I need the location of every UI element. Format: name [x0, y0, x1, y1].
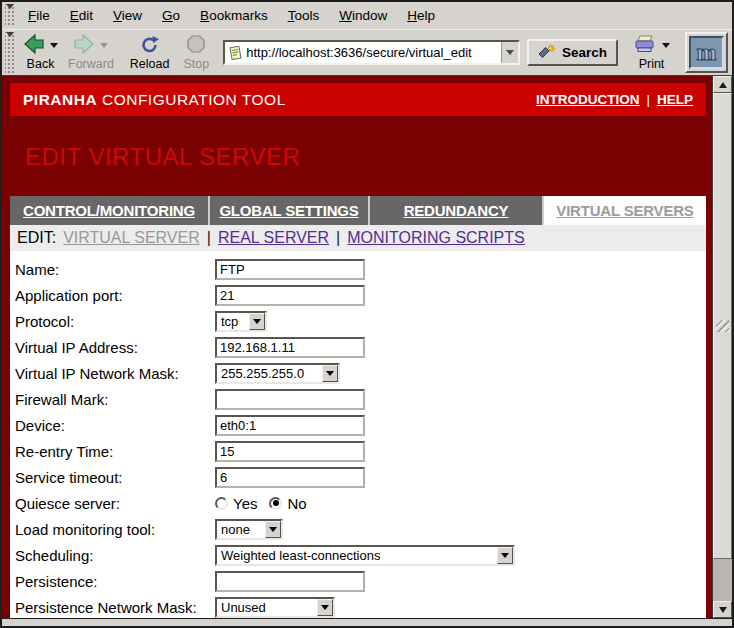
print-dropdown-arrow[interactable]: [662, 43, 670, 48]
header-link-help[interactable]: HELP: [657, 92, 693, 107]
form-area: Name:Application port:Protocol:tcpVirtua…: [10, 251, 706, 618]
field-label: Quiesce server:: [15, 495, 215, 512]
subnav-link-real-server[interactable]: REAL SERVER: [218, 229, 329, 247]
dropdown-arrow-button[interactable]: [317, 599, 333, 616]
dropdown-arrow-button[interactable]: [265, 521, 281, 538]
reload-button[interactable]: Reload: [125, 31, 175, 75]
device-input[interactable]: [215, 415, 365, 436]
forward-dropdown-arrow[interactable]: [100, 43, 108, 48]
navigation-toolbar: Back Forward Reload: [2, 29, 732, 76]
search-icon: [538, 44, 557, 62]
back-dropdown-arrow[interactable]: [50, 43, 58, 48]
mozilla-logo-button[interactable]: m: [685, 32, 728, 73]
form-row-name: Name:: [10, 256, 706, 282]
menu-tools[interactable]: Tools: [278, 4, 330, 27]
service-timeout-input[interactable]: [215, 467, 365, 488]
field-label: Service timeout:: [15, 469, 215, 486]
menu-help[interactable]: Help: [397, 4, 445, 27]
re-entry-time-input[interactable]: [215, 441, 365, 462]
field-label: Application port:: [15, 287, 215, 304]
subnav-link-virtual-server[interactable]: VIRTUAL SERVER: [63, 229, 200, 247]
virtual-ip-address-input[interactable]: [215, 337, 365, 358]
header-link-introduction[interactable]: INTRODUCTION: [536, 92, 640, 107]
form-row-firewall-mark: Firewall Mark:: [10, 386, 706, 412]
subnav: EDIT:VIRTUAL SERVER|REAL SERVER|MONITORI…: [10, 225, 706, 251]
form-row-scheduling: Scheduling:Weighted least-connections: [10, 542, 706, 568]
load-monitoring-tool-dropdown[interactable]: none: [215, 519, 283, 540]
dropdown-arrow-button[interactable]: [322, 365, 338, 382]
form-row-device: Device:: [10, 412, 706, 438]
form-row-re-entry-time: Re-entry Time:: [10, 438, 706, 464]
field-label: Protocol:: [15, 313, 215, 330]
field-label: Firewall Mark:: [15, 391, 215, 408]
tab-virtual-servers[interactable]: VIRTUAL SERVERS: [544, 196, 706, 225]
menu-edit[interactable]: Edit: [60, 4, 103, 27]
virtual-ip-network-mask-dropdown[interactable]: 255.255.255.0: [215, 363, 340, 384]
back-icon: [23, 34, 45, 57]
form-row-quiesce-server: Quiesce server:YesNo: [10, 490, 706, 516]
menu-bookmarks[interactable]: Bookmarks: [190, 4, 278, 27]
menubar-grippy[interactable]: [5, 4, 15, 27]
reload-label: Reload: [130, 57, 170, 71]
persistence-network-mask-dropdown[interactable]: Unused: [215, 597, 335, 618]
menu-bar-items: FileEditViewGoBookmarksToolsWindowHelp: [18, 4, 445, 27]
chevron-down-icon: [253, 319, 261, 324]
status-bar: [2, 618, 732, 626]
vertical-scrollbar[interactable]: [712, 76, 732, 618]
page-title: EDIT VIRTUAL SERVER: [10, 116, 706, 196]
stop-label: Stop: [183, 57, 209, 71]
print-button[interactable]: Print: [628, 31, 675, 75]
scroll-up-button[interactable]: [713, 76, 732, 93]
name-input[interactable]: [215, 259, 365, 280]
scrollbar-track[interactable]: [713, 559, 732, 601]
scroll-up-icon: [719, 82, 727, 88]
field-label: Virtual IP Address:: [15, 339, 215, 356]
scroll-down-icon: [719, 607, 727, 613]
toolbar-grippy[interactable]: [5, 32, 15, 73]
piranha-header: PIRANHA CONFIGURATION TOOL INTRODUCTION|…: [10, 83, 706, 116]
quiesce-server-radio-no[interactable]: [269, 497, 282, 510]
app-title-bold: PIRANHA: [23, 91, 97, 108]
dropdown-arrow-button[interactable]: [497, 547, 513, 564]
form-row-virtual-ip-address: Virtual IP Address:: [10, 334, 706, 360]
scheduling-dropdown[interactable]: Weighted least-connections: [215, 545, 515, 566]
tab-redundancy[interactable]: REDUNDANCY: [370, 196, 544, 225]
search-button[interactable]: Search: [527, 39, 618, 66]
reload-icon: [140, 35, 160, 57]
mozilla-logo: m: [689, 36, 724, 69]
back-button[interactable]: Back: [18, 31, 63, 75]
tab-bar: CONTROL/MONITORINGGLOBAL SETTINGSREDUNDA…: [10, 196, 706, 225]
firewall-mark-input[interactable]: [215, 389, 365, 410]
forward-label: Forward: [68, 57, 114, 71]
scroll-down-button[interactable]: [713, 601, 732, 618]
dropdown-value: 255.255.255.0: [217, 366, 322, 381]
subnav-separator: |: [207, 229, 211, 247]
menu-window[interactable]: Window: [329, 4, 397, 27]
url-bar: [223, 40, 520, 65]
field-label: Re-entry Time:: [15, 443, 215, 460]
protocol-dropdown[interactable]: tcp: [215, 311, 267, 332]
scrollbar-thumb[interactable]: [713, 93, 732, 559]
chevron-down-icon: [326, 371, 334, 376]
url-dropdown-button[interactable]: [501, 42, 518, 63]
subnav-prefix: EDIT:: [17, 229, 56, 247]
back-label: Back: [27, 57, 55, 71]
forward-button[interactable]: Forward: [63, 31, 119, 75]
subnav-link-monitoring-scripts[interactable]: MONITORING SCRIPTS: [347, 229, 525, 247]
dropdown-arrow-button[interactable]: [249, 313, 265, 330]
tab-global-settings[interactable]: GLOBAL SETTINGS: [210, 196, 370, 225]
quiesce-server-radio-yes[interactable]: [215, 497, 228, 510]
forward-icon: [73, 34, 95, 57]
menu-file[interactable]: File: [18, 4, 60, 27]
persistence-input[interactable]: [215, 571, 365, 592]
browser-window: FileEditViewGoBookmarksToolsWindowHelp B…: [0, 0, 734, 628]
field-label: Load monitoring tool:: [15, 521, 215, 538]
print-label: Print: [639, 57, 665, 71]
url-input[interactable]: [245, 45, 501, 60]
application-port-input[interactable]: [215, 285, 365, 306]
stop-button[interactable]: Stop: [178, 31, 214, 75]
menu-go[interactable]: Go: [152, 4, 190, 27]
tab-control-monitoring[interactable]: CONTROL/MONITORING: [10, 196, 210, 225]
bookmark-page-icon[interactable]: [225, 46, 245, 60]
menu-view[interactable]: View: [103, 4, 152, 27]
